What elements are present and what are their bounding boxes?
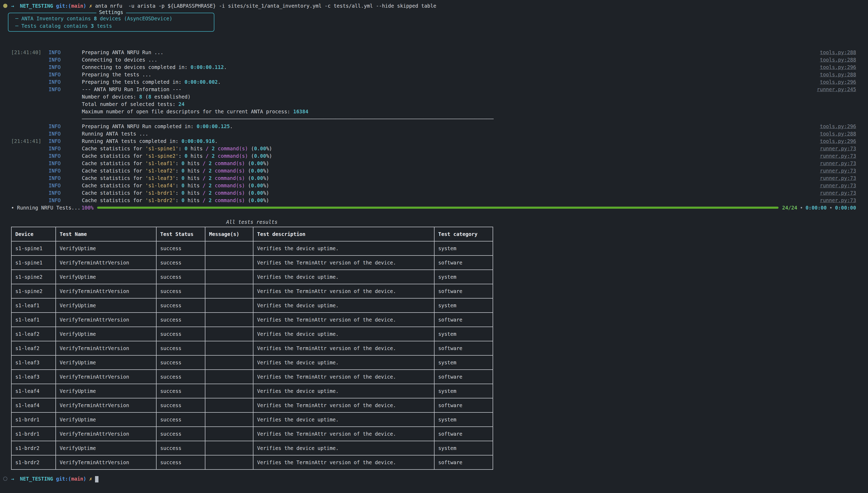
text-segment bbox=[206, 197, 209, 203]
log-timestamp bbox=[11, 182, 49, 189]
table-row: s1-brdr1VerifyTerminAttrVersionsuccessVe… bbox=[12, 427, 493, 441]
text-segment: 8 bbox=[139, 94, 142, 100]
text-segment: 0.00 bbox=[251, 168, 263, 174]
table-cell bbox=[205, 270, 253, 284]
text-segment: command(s) bbox=[214, 175, 245, 181]
progress-percentage: 100% bbox=[82, 204, 94, 211]
git-dirty-icon: ✗ bbox=[89, 476, 92, 481]
log-source-link[interactable]: runner.py:73 bbox=[820, 197, 856, 204]
text-segment: Cache statistics for bbox=[82, 160, 145, 166]
log-timestamp bbox=[11, 145, 49, 152]
log-source-link[interactable]: runner.py:73 bbox=[820, 159, 856, 167]
log-source-link[interactable]: runner.py:73 bbox=[820, 182, 856, 189]
table-header-cell: Test Name bbox=[56, 227, 156, 241]
prompt-directory: NET_TESTING bbox=[20, 3, 53, 9]
top-prompt-line: →NET_TESTINGgit:(main)✗anta nrfu -u aris… bbox=[11, 2, 856, 9]
log-source-link[interactable]: runner.py:73 bbox=[820, 145, 856, 152]
log-source-link[interactable]: tools.py:288 bbox=[820, 49, 856, 56]
text-segment: / bbox=[206, 153, 209, 159]
text-segment: devices (AsyncEOSDevice) bbox=[97, 16, 173, 21]
log-message: Cache statistics for 's1-brdr2': 0 hits … bbox=[82, 197, 269, 204]
table-cell: Verifies the device uptime. bbox=[253, 384, 434, 398]
log-timestamp bbox=[11, 197, 49, 204]
text-segment: Number of devices: bbox=[82, 94, 139, 100]
bottom-prompt-line[interactable]: →NET_TESTINGgit:(main)✗ bbox=[11, 475, 856, 483]
log-message: Cache statistics for 's1-spine1': 0 hits… bbox=[82, 145, 272, 152]
table-row: s1-spine1VerifyUptimesuccessVerifies the… bbox=[12, 241, 493, 256]
text-segment: 0.00 bbox=[254, 153, 266, 159]
log-message: Running ANTA tests ... bbox=[82, 130, 149, 137]
text-segment: Preparing ANTA NRFU Run completed in: bbox=[82, 123, 197, 129]
table-cell: software bbox=[434, 284, 493, 298]
log-timestamp bbox=[11, 189, 49, 197]
table-cell: system bbox=[434, 355, 493, 370]
results-table: DeviceTest NameTest StatusMessage(s)Test… bbox=[11, 227, 493, 470]
text-segment: Total number of selected tests: bbox=[82, 101, 179, 107]
log-source-link[interactable]: tools.py:296 bbox=[820, 123, 856, 130]
text-segment: ─ Tests catalog contains bbox=[15, 23, 91, 29]
text-segment bbox=[206, 183, 209, 188]
table-cell bbox=[205, 355, 253, 370]
text-segment: 's1-spine1' bbox=[145, 146, 179, 151]
log-source-link[interactable]: tools.py:296 bbox=[820, 63, 856, 71]
log-message: Running ANTA tests completed in: 0:00:00… bbox=[82, 137, 218, 145]
table-cell bbox=[205, 384, 253, 398]
log-source-link[interactable]: tools.py:296 bbox=[820, 137, 856, 145]
text-segment: 0 bbox=[182, 183, 185, 188]
text-segment: Cache statistics for bbox=[82, 197, 145, 203]
log-line: INFOCache statistics for 's1-leaf1': 0 h… bbox=[11, 159, 856, 167]
log-message: ────────────────────────────────────────… bbox=[82, 115, 494, 123]
table-cell: success bbox=[156, 384, 205, 398]
progress-count: 24/24 bbox=[782, 204, 797, 211]
table-cell: VerifyTerminAttrVersion bbox=[56, 398, 156, 412]
log-source-link[interactable]: tools.py:288 bbox=[820, 56, 856, 63]
prompt-decoration-icon[interactable] bbox=[3, 477, 7, 481]
log-message: Connecting to devices ... bbox=[82, 56, 157, 63]
table-cell: software bbox=[434, 455, 493, 470]
log-source-link[interactable]: runner.py:73 bbox=[820, 189, 856, 197]
text-segment: Running ANTA tests completed in: bbox=[82, 138, 182, 144]
log-source-link[interactable]: runner.py:245 bbox=[817, 86, 856, 93]
text-segment: command(s) bbox=[214, 197, 245, 203]
table-cell: Verifies the TerminAttr version of the d… bbox=[253, 284, 434, 298]
log-timestamp bbox=[11, 115, 49, 123]
settings-line: ─ ANTA Inventory contains 8 devices (Asy… bbox=[15, 15, 210, 22]
log-source-link[interactable]: tools.py:296 bbox=[820, 78, 856, 86]
text-segment: 0 bbox=[185, 153, 187, 159]
text-segment: Cache statistics for bbox=[82, 168, 145, 174]
settings-line: ─ Tests catalog contains 3 tests bbox=[15, 22, 210, 29]
table-cell: Verifies the device uptime. bbox=[253, 270, 434, 284]
table-cell: s1-spine2 bbox=[12, 270, 56, 284]
terminal[interactable]: →NET_TESTINGgit:(main)✗anta nrfu -u aris… bbox=[0, 0, 868, 493]
text-segment: ( bbox=[248, 153, 254, 159]
log-source-link[interactable]: runner.py:73 bbox=[820, 152, 856, 159]
text-segment: / bbox=[203, 183, 206, 188]
table-cell: s1-leaf3 bbox=[12, 355, 56, 370]
log-level: INFO bbox=[49, 152, 82, 159]
command-decoration-icon[interactable] bbox=[3, 4, 7, 8]
text-segment: : bbox=[176, 160, 182, 166]
text-segment: %) bbox=[263, 168, 269, 174]
table-cell: Verifies the device uptime. bbox=[253, 241, 434, 256]
text-segment: 0:00:00.112 bbox=[190, 64, 224, 70]
table-cell: success bbox=[156, 256, 205, 270]
progress-elapsed: 0:00:00 bbox=[805, 204, 826, 211]
table-header-cell: Test category bbox=[434, 227, 493, 241]
table-cell: success bbox=[156, 284, 205, 298]
log-source-link[interactable]: runner.py:73 bbox=[820, 167, 856, 174]
log-source-link[interactable]: tools.py:288 bbox=[820, 71, 856, 78]
log-line: INFO--- ANTA NRFU Run Information ---run… bbox=[11, 86, 856, 93]
results-table-body: s1-spine1VerifyUptimesuccessVerifies the… bbox=[12, 241, 493, 470]
log-level: INFO bbox=[49, 182, 82, 189]
text-segment: established) bbox=[151, 94, 190, 100]
table-cell: system bbox=[434, 441, 493, 455]
log-timestamp bbox=[11, 159, 49, 167]
table-cell bbox=[205, 241, 253, 256]
log-source-link[interactable]: tools.py:288 bbox=[820, 130, 856, 137]
log-source-link[interactable]: runner.py:73 bbox=[820, 174, 856, 182]
text-segment: hits bbox=[185, 197, 203, 203]
text-segment: command(s) bbox=[214, 168, 245, 174]
text-segment: --- ANTA NRFU Run Information --- bbox=[82, 86, 182, 92]
terminal-cursor[interactable] bbox=[95, 476, 98, 483]
table-cell: VerifyUptime bbox=[56, 384, 156, 398]
